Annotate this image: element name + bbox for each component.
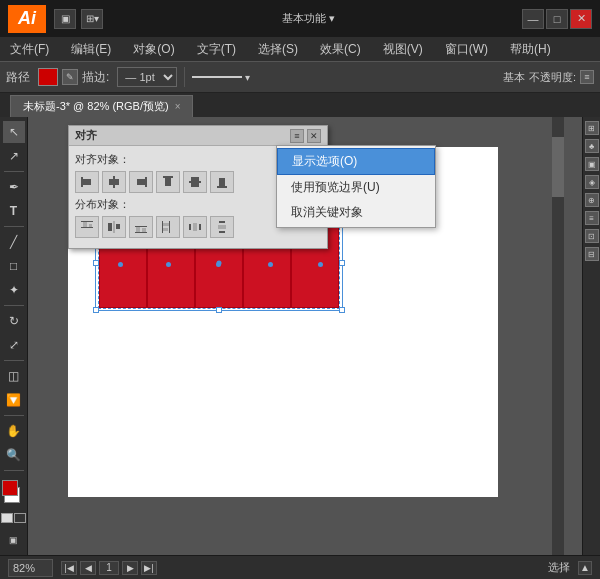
foreground-color-box[interactable] — [2, 480, 18, 496]
context-menu-use-preview[interactable]: 使用预览边界(U) — [277, 175, 435, 200]
last-page-button[interactable]: ▶| — [141, 561, 157, 575]
menu-select[interactable]: 选择(S) — [254, 39, 302, 60]
menu-view[interactable]: 视图(V) — [379, 39, 427, 60]
align-bottom-btn[interactable] — [210, 171, 234, 193]
panel-btn-7[interactable]: ⊡ — [585, 229, 599, 243]
line-style-select[interactable]: ▾ — [245, 72, 250, 83]
left-toolbar: ↖ ↗ ✒ T ╱ □ ✦ ↻ ⤢ ◫ 🔽 ✋ 🔍 ▣ — [0, 117, 28, 555]
menu-object[interactable]: 对象(O) — [129, 39, 178, 60]
panel-btn-8[interactable]: ⊟ — [585, 247, 599, 261]
svg-rect-1 — [83, 179, 91, 185]
context-menu-cancel-key-object[interactable]: 取消关键对象 — [277, 200, 435, 225]
close-button[interactable]: ✕ — [570, 9, 592, 29]
align-panel-header[interactable]: 对齐 ≡ ✕ — [69, 126, 327, 146]
page-input[interactable] — [99, 561, 119, 575]
svg-rect-26 — [163, 228, 168, 231]
align-center-v-btn[interactable] — [183, 171, 207, 193]
panel-btn-4[interactable]: ◈ — [585, 175, 599, 189]
document-icon[interactable]: ▣ — [54, 9, 76, 29]
hand-tool[interactable]: ✋ — [3, 420, 25, 442]
line-style-area: ▾ — [192, 72, 250, 83]
menu-effect[interactable]: 效果(C) — [316, 39, 365, 60]
svg-rect-12 — [81, 221, 93, 222]
vertical-scrollbar[interactable] — [552, 117, 564, 555]
rotate-tool[interactable]: ↻ — [3, 310, 25, 332]
tab-label: 未标题-3* @ 82% (RGB/预览) — [23, 99, 169, 114]
shape-center-dot-5 — [318, 262, 323, 267]
svg-rect-21 — [136, 227, 140, 232]
tab-bar: 未标题-3* @ 82% (RGB/预览) × — [0, 93, 600, 117]
first-page-button[interactable]: |◀ — [61, 561, 77, 575]
distribute-space-v-btn[interactable] — [210, 216, 234, 238]
direct-select-tool[interactable]: ↗ — [3, 145, 25, 167]
layout-icon[interactable]: ⊞▾ — [81, 9, 103, 29]
svg-rect-0 — [81, 177, 83, 187]
screen-mode-button[interactable]: ▣ — [3, 529, 25, 551]
line-tool[interactable]: ╱ — [3, 231, 25, 253]
toolbar-menu-icon[interactable]: ≡ — [580, 70, 594, 84]
rect-tool[interactable]: □ — [3, 255, 25, 277]
window-controls: — □ ✕ — [522, 9, 592, 29]
svg-rect-28 — [199, 224, 201, 230]
svg-rect-17 — [108, 223, 112, 231]
gradient-tool[interactable]: ◫ — [3, 365, 25, 387]
align-center-h-btn[interactable] — [102, 171, 126, 193]
panel-close-button[interactable]: ✕ — [307, 129, 321, 143]
menu-help[interactable]: 帮助(H) — [506, 39, 555, 60]
stroke-options-icon[interactable]: ✎ — [62, 69, 78, 85]
tool-separator-5 — [4, 415, 24, 416]
scrollbar-thumb[interactable] — [552, 137, 564, 197]
brush-tool[interactable]: ✦ — [3, 279, 25, 301]
panel-btn-5[interactable]: ⊕ — [585, 193, 599, 207]
right-panel: ⊞ ♣ ▣ ◈ ⊕ ≡ ⊡ ⊟ — [582, 117, 600, 555]
stroke-icon[interactable] — [14, 513, 26, 523]
prev-page-button[interactable]: ◀ — [80, 561, 96, 575]
menu-window[interactable]: 窗口(W) — [441, 39, 492, 60]
panel-btn-1[interactable]: ⊞ — [585, 121, 599, 135]
svg-rect-27 — [189, 224, 191, 230]
menu-file[interactable]: 文件(F) — [6, 39, 53, 60]
tool-separator-1 — [4, 171, 24, 172]
maximize-button[interactable]: □ — [546, 9, 568, 29]
distribute-center-h-btn[interactable] — [102, 216, 126, 238]
align-top-btn[interactable] — [156, 171, 180, 193]
status-expand-button[interactable]: ▲ — [578, 561, 592, 575]
next-page-button[interactable]: ▶ — [122, 561, 138, 575]
minimize-button[interactable]: — — [522, 9, 544, 29]
zoom-tool[interactable]: 🔍 — [3, 444, 25, 466]
align-right-btn[interactable] — [129, 171, 153, 193]
distribute-left-btn[interactable] — [156, 216, 180, 238]
svg-rect-9 — [191, 177, 199, 187]
distribute-space-h-btn[interactable] — [183, 216, 207, 238]
panel-btn-3[interactable]: ▣ — [585, 157, 599, 171]
panel-menu-button[interactable]: ≡ — [290, 129, 304, 143]
select-tool[interactable]: ↖ — [3, 121, 25, 143]
context-menu-show-options[interactable]: 显示选项(O) — [277, 148, 435, 175]
canvas-area[interactable]: 对齐 ≡ ✕ 对齐对象： — [28, 117, 582, 555]
type-tool[interactable]: T — [3, 200, 25, 222]
stroke-color[interactable] — [38, 68, 58, 86]
panel-btn-6[interactable]: ≡ — [585, 211, 599, 225]
panel-btn-2[interactable]: ♣ — [585, 139, 599, 153]
document-tab[interactable]: 未标题-3* @ 82% (RGB/预览) × — [10, 95, 193, 117]
svg-rect-32 — [218, 225, 226, 229]
align-left-btn[interactable] — [75, 171, 99, 193]
tab-close-button[interactable]: × — [175, 101, 181, 112]
distribute-bottom-btn[interactable] — [129, 216, 153, 238]
shape-center-dot-3 — [216, 262, 221, 267]
svg-rect-3 — [109, 179, 119, 185]
zoom-input[interactable] — [8, 559, 53, 577]
fill-icon[interactable] — [1, 513, 13, 523]
status-bar: |◀ ◀ ▶ ▶| 选择 ▲ — [0, 555, 600, 579]
workspace-label[interactable]: 基本功能 ▾ — [282, 11, 335, 26]
tool-separator-2 — [4, 226, 24, 227]
menu-text[interactable]: 文字(T) — [193, 39, 240, 60]
stroke-dropdown[interactable]: — 1pt — [117, 67, 177, 87]
scale-tool[interactable]: ⤢ — [3, 334, 25, 356]
svg-rect-7 — [165, 178, 171, 186]
eyedropper-tool[interactable]: 🔽 — [3, 389, 25, 411]
distribute-top-btn[interactable] — [75, 216, 99, 238]
pen-tool[interactable]: ✒ — [3, 176, 25, 198]
svg-rect-20 — [135, 232, 147, 233]
menu-edit[interactable]: 编辑(E) — [67, 39, 115, 60]
